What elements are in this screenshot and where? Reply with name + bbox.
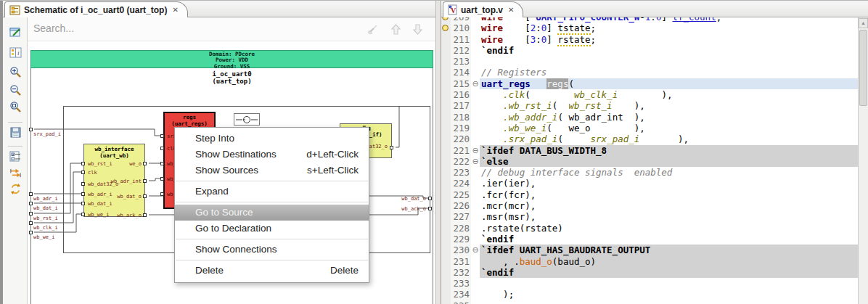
port-label-wb_adr_i[interactable]: wb_adr_i	[33, 196, 58, 202]
fold-marker[interactable]: ⊖	[471, 145, 480, 156]
code-text[interactable]: );	[480, 289, 858, 300]
code-text[interactable]: .rstate(rstate)	[480, 223, 858, 234]
menu-item-step-into[interactable]: Step Into	[175, 131, 369, 147]
pin-square[interactable]	[143, 162, 147, 165]
code-text[interactable]: wire [ UART_FIFO_COUNTER_W-1:0] tf_count…	[480, 17, 858, 22]
code-text[interactable]: `endif	[480, 267, 858, 278]
save-icon[interactable]	[9, 126, 22, 139]
port-label-wb_we_i[interactable]: wb_we_i	[33, 234, 55, 240]
scrollbar-thumb[interactable]	[859, 30, 867, 106]
pin-square[interactable]	[160, 177, 164, 181]
trace-arrows-icon[interactable]	[9, 167, 22, 179]
schematic-canvas[interactable]: Domain: PDcore Power: VDD Ground: VSS i_…	[28, 41, 435, 304]
zoom-fit-icon[interactable]	[9, 101, 22, 113]
code-line-219[interactable]: 219 .wb_we_i( we_o ),	[441, 123, 858, 133]
filter-options-icon[interactable]	[9, 150, 22, 163]
code-text[interactable]	[480, 278, 858, 289]
code-line-223[interactable]: 223// debug interface signals enabled	[441, 167, 858, 178]
code-text[interactable]: .msr(msr),	[480, 211, 858, 222]
menu-item-expand[interactable]: Expand	[175, 184, 369, 200]
code-line-214[interactable]: 214// Registers	[441, 67, 858, 78]
tab-close-icon[interactable]: ✕	[508, 6, 514, 14]
code-text[interactable]: wire [3:0] rstate;	[480, 34, 858, 45]
menu-item-delete[interactable]: DeleteDelete	[175, 263, 369, 279]
code-text[interactable]: `endif	[480, 234, 858, 245]
code-line-210[interactable]: 210wire [2:0] tstate;	[441, 22, 858, 33]
menu-item-show-connections[interactable]: Show Connections	[175, 242, 369, 258]
port-square[interactable]	[29, 231, 33, 234]
pin-square[interactable]	[143, 179, 147, 183]
port-square[interactable]	[29, 202, 33, 205]
code-text[interactable]: // debug interface signals enabled	[480, 167, 858, 178]
code-line-216[interactable]: 216 .clk( wb_clk_i ),	[441, 89, 858, 100]
port-label-wb_clk_i[interactable]: wb_clk_i	[33, 225, 58, 231]
code-line-211[interactable]: 211wire [3:0] rstate;	[441, 34, 858, 45]
pin-square[interactable]	[160, 192, 164, 196]
editor-scrollbar[interactable]: ▲	[858, 17, 868, 304]
code-line-217[interactable]: 217 .wb_rst_i( wb_rst_i ),	[441, 100, 858, 111]
code-text[interactable]: .wb_we_i( we_o ),	[480, 123, 858, 133]
port-label-wb_ack_o[interactable]: wb_ack_o	[387, 206, 426, 212]
tab-close-icon[interactable]: ✕	[172, 6, 178, 14]
fold-marker[interactable]: ⊖	[471, 245, 480, 255]
code-line-232[interactable]: 232`endif	[441, 267, 858, 278]
pin-square[interactable]	[81, 192, 85, 196]
port-label-wb_rst_i[interactable]: wb_rst_i	[33, 215, 58, 221]
code-text[interactable]	[480, 300, 858, 304]
code-line-224[interactable]: 224.ier(ier),	[441, 178, 858, 189]
module-info-icon[interactable]: i	[9, 46, 22, 59]
code-line-227[interactable]: 227.msr(msr),	[441, 211, 858, 222]
code-line-213[interactable]: 213	[441, 56, 858, 67]
code-text[interactable]: `ifdef DATA_BUS_WIDTH_8	[480, 145, 858, 156]
pin-editor-icon[interactable]	[9, 26, 22, 38]
code-text[interactable]: `endif	[480, 45, 858, 56]
fold-marker[interactable]: ⊖	[471, 156, 480, 167]
code-text[interactable]: .fcr(fcr),	[480, 189, 858, 200]
code-text[interactable]: , .baud_o(baud_o)	[480, 256, 858, 267]
port-square[interactable]	[29, 212, 33, 215]
pin-square[interactable]	[160, 134, 164, 138]
search-input[interactable]: Search...	[33, 22, 74, 34]
code-text[interactable]	[480, 56, 858, 67]
code-text[interactable]: `else	[480, 156, 858, 167]
code-line-215[interactable]: 215⊖uart_regs regs(	[441, 78, 858, 89]
pin-square[interactable]	[160, 147, 164, 150]
pin-square[interactable]	[143, 213, 147, 217]
port-label-wb_dat_i[interactable]: wb_dat_i	[33, 205, 58, 211]
port-square[interactable]	[428, 197, 432, 200]
code-text[interactable]: .ier(ier),	[480, 178, 858, 189]
menu-item-show-destinations[interactable]: Show Destinationsd+Left-Click	[175, 147, 369, 163]
pin-square[interactable]	[81, 202, 85, 205]
port-label-wb_dat_o[interactable]: wb_dat_o	[387, 196, 426, 202]
swap-sync-icon[interactable]	[9, 183, 22, 195]
port-square[interactable]	[29, 128, 33, 131]
pin-square[interactable]	[81, 171, 85, 174]
code-text[interactable]: .wb_addr_i( wb_adr_int ),	[480, 112, 858, 123]
code-line-229[interactable]: 229`endif	[441, 234, 858, 245]
code-line-230[interactable]: 230⊖`ifdef UART_HAS_BAUDRATE_OUTPUT	[441, 245, 858, 255]
port-square[interactable]	[428, 207, 432, 210]
next-arrow-icon[interactable]	[412, 23, 424, 36]
port-square[interactable]	[29, 192, 33, 196]
code-text[interactable]: .clk( wb_clk_i ),	[480, 89, 858, 100]
code-line-221[interactable]: 221⊖`ifdef DATA_BUS_WIDTH_8	[441, 145, 858, 156]
pin-square[interactable]	[81, 213, 85, 216]
code-line-218[interactable]: 218 .wb_addr_i( wb_adr_int ),	[441, 112, 858, 123]
zoom-out-icon[interactable]	[9, 84, 22, 96]
pin-square[interactable]	[143, 194, 147, 198]
prev-arrow-icon[interactable]	[390, 23, 402, 36]
code-line-225[interactable]: 225.fcr(fcr),	[441, 189, 858, 200]
code-line-233[interactable]: 233	[441, 278, 858, 289]
code-line-220[interactable]: 220 .srx_pad_i( srx_pad_i ),	[441, 133, 858, 144]
menu-item-go-to-declaration[interactable]: Go to Declaration	[175, 221, 369, 237]
code-text[interactable]: uart_regs regs(	[480, 78, 858, 89]
code-line-228[interactable]: 228.rstate(rstate)	[441, 223, 858, 234]
code-line-226[interactable]: 226.mcr(mcr),	[441, 200, 858, 211]
code-line-234[interactable]: 234 );	[441, 289, 858, 300]
scroll-up-button[interactable]: ▲	[859, 18, 868, 28]
zoom-in-icon[interactable]	[9, 66, 22, 78]
code-line-222[interactable]: 222⊖`else	[441, 156, 858, 167]
panel-sash[interactable]	[435, 1, 441, 304]
code-line-235[interactable]: 235	[441, 300, 858, 304]
code-line-231[interactable]: 231 , .baud_o(baud_o)	[441, 256, 858, 267]
